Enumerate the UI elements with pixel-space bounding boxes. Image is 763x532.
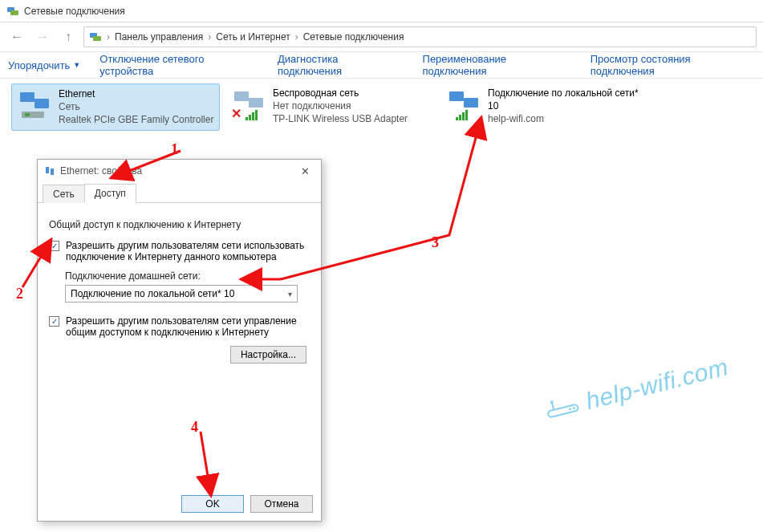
step-number-2: 2 — [16, 286, 23, 303]
content-area: Ethernet Сеть Realtek PCIe GBE Family Co… — [0, 79, 763, 532]
connection-title: Ethernet — [59, 87, 213, 100]
svg-rect-12 — [46, 167, 49, 173]
dialog-footer: OK Отмена — [181, 495, 313, 513]
svg-rect-10 — [449, 91, 464, 101]
dialog-titlebar[interactable]: Ethernet: свойства ✕ — [38, 160, 321, 182]
dialog-tabs: Сеть Доступ — [38, 182, 321, 203]
wifi-disabled-icon: ✕ — [231, 87, 266, 122]
svg-line-19 — [552, 402, 554, 410]
svg-rect-8 — [234, 91, 249, 101]
dialog-title: Ethernet: свойства — [60, 165, 142, 177]
status-button[interactable]: Просмотр состояния подключения — [591, 53, 755, 77]
chevron-right-icon: › — [294, 31, 300, 43]
breadcrumb-root[interactable]: Панель управления — [115, 31, 203, 43]
settings-button[interactable]: Настройка... — [230, 346, 306, 363]
group-label: Общий доступ к подключению к Интернету — [49, 219, 310, 230]
organize-menu[interactable]: Упорядочить ▼ — [8, 59, 80, 71]
connections-list: Ethernet Сеть Realtek PCIe GBE Family Co… — [0, 79, 763, 136]
step-number-1: 1 — [171, 141, 178, 158]
svg-rect-3 — [93, 36, 101, 41]
connection-status: Сеть — [59, 100, 213, 113]
svg-point-22 — [573, 407, 576, 410]
checkbox-allow-control[interactable] — [49, 316, 59, 327]
breadcrumb-leaf[interactable]: Сетевые подключения — [303, 31, 404, 43]
lan-icon — [446, 87, 481, 122]
home-network-select[interactable]: Подключение по локальной сети* 10 ▾ — [65, 285, 298, 303]
checkbox-allow-ics-label: Разрешить другим пользователям сети испо… — [66, 240, 306, 262]
tab-network[interactable]: Сеть — [43, 185, 85, 203]
connection-status: help-wifi.com — [488, 112, 645, 125]
back-button[interactable]: ← — [6, 26, 27, 47]
close-icon: ✕ — [301, 165, 310, 177]
chevron-right-icon: › — [105, 31, 112, 43]
address-bar: ← → ↑ › Панель управления › Сеть и Интер… — [0, 22, 763, 51]
svg-rect-1 — [10, 10, 18, 15]
svg-rect-7 — [25, 113, 30, 116]
chevron-down-icon: ▼ — [73, 61, 80, 69]
connection-device: Realtek PCIe GBE Family Controller — [59, 113, 213, 126]
window-titlebar: Сетевые подключения — [0, 0, 763, 22]
svg-rect-4 — [20, 92, 34, 102]
connection-title: Подключение по локальной сети* 10 — [488, 87, 645, 112]
svg-point-21 — [569, 408, 572, 411]
organize-label: Упорядочить — [8, 59, 70, 71]
connection-item-wireless[interactable]: ✕ Беспроводная сеть Нет подключения TP-L… — [226, 83, 435, 131]
svg-rect-13 — [51, 169, 54, 175]
command-toolbar: Упорядочить ▼ Отключение сетевого устрой… — [0, 51, 763, 79]
ok-button[interactable]: OK — [181, 495, 244, 513]
svg-rect-18 — [548, 404, 579, 418]
x-icon: ✕ — [231, 106, 241, 121]
chevron-right-icon: › — [206, 31, 213, 43]
breadcrumb-mid[interactable]: Сеть и Интернет — [216, 31, 290, 43]
home-network-label: Подключение домашней сети: — [65, 270, 310, 282]
breadcrumb-field[interactable]: › Панель управления › Сеть и Интернет › … — [83, 26, 757, 47]
connection-item-local10[interactable]: Подключение по локальной сети* 10 help-w… — [441, 83, 650, 131]
svg-rect-9 — [249, 98, 263, 108]
step-number-3: 3 — [432, 234, 439, 251]
disable-device-button[interactable]: Отключение сетевого устройства — [99, 53, 258, 77]
window-title: Сетевые подключения — [24, 6, 125, 17]
connection-status: Нет подключения — [273, 99, 408, 112]
watermark-logo: help-wifi.com — [543, 353, 732, 424]
svg-rect-11 — [464, 98, 478, 108]
router-icon — [544, 394, 582, 420]
cancel-button[interactable]: Отмена — [250, 495, 313, 513]
dialog-body: Общий доступ к подключению к Интернету Р… — [38, 203, 321, 370]
network-icon — [89, 30, 102, 43]
checkbox-allow-control-label: Разрешить другим пользователям сети упра… — [66, 315, 306, 338]
properties-dialog: Ethernet: свойства ✕ Сеть Доступ Общий д… — [37, 159, 322, 522]
up-button[interactable]: ↑ — [58, 26, 79, 47]
connection-device: TP-LINK Wireless USB Adapter — [273, 112, 408, 125]
connection-title: Беспроводная сеть — [273, 87, 408, 99]
close-button[interactable]: ✕ — [294, 163, 316, 179]
forward-button[interactable]: → — [32, 26, 53, 47]
network-icon — [44, 165, 55, 177]
home-network-value: Подключение по локальной сети* 10 — [71, 288, 234, 299]
diagnose-button[interactable]: Диагностика подключения — [278, 53, 403, 77]
svg-rect-5 — [34, 99, 49, 108]
tab-access[interactable]: Доступ — [84, 184, 136, 203]
checkbox-allow-ics[interactable] — [49, 241, 59, 251]
watermark-text: help-wifi.com — [583, 353, 731, 415]
ethernet-icon — [17, 87, 52, 123]
svg-point-20 — [550, 400, 554, 404]
network-icon — [6, 5, 19, 18]
rename-button[interactable]: Переименование подключения — [423, 53, 571, 77]
connection-item-ethernet[interactable]: Ethernet Сеть Realtek PCIe GBE Family Co… — [11, 83, 220, 131]
chevron-down-icon: ▾ — [288, 290, 292, 298]
